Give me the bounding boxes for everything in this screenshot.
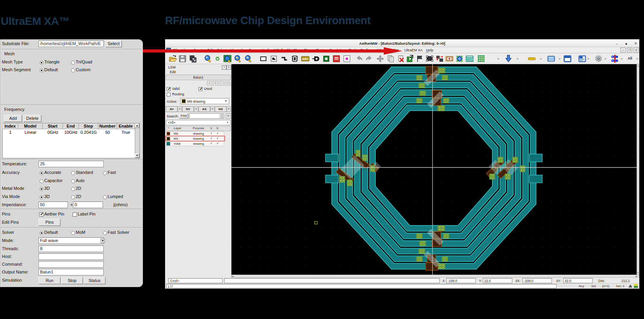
svg-text:ABC: ABC <box>302 57 309 61</box>
